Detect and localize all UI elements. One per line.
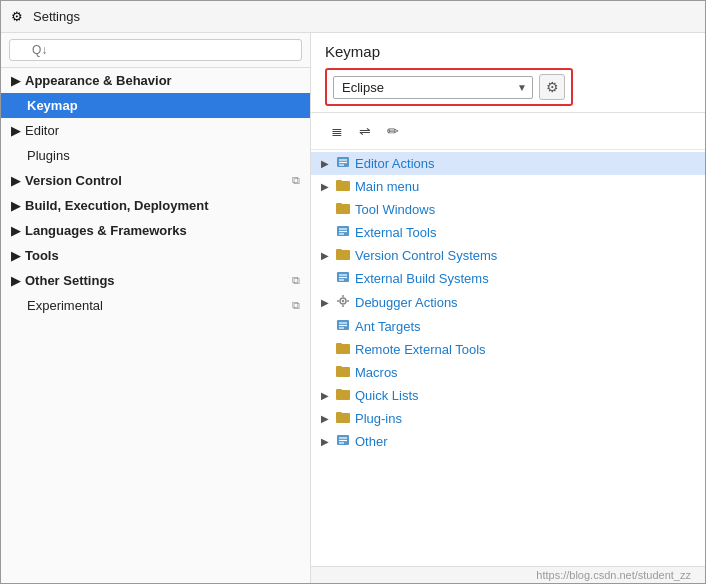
svg-rect-33	[336, 389, 342, 392]
tree-item-label: Other	[355, 434, 388, 449]
copy-icon: ⧉	[292, 274, 300, 287]
sidebar-item-label: Plugins	[27, 148, 70, 163]
chevron-right-icon: ▶	[11, 223, 21, 238]
tree-item-label: Plug-ins	[355, 411, 402, 426]
svg-rect-29	[336, 343, 342, 346]
tree-item-icon	[336, 434, 350, 449]
chevron-right-icon: ▶	[11, 73, 21, 88]
tree-item-ant-targets[interactable]: Ant Targets	[311, 315, 705, 338]
tree-item-external-tools[interactable]: External Tools	[311, 221, 705, 244]
panel-header: Keymap EclipseDefaultEmacsVisual StudioS…	[311, 33, 705, 113]
tree-item-label: Debugger Actions	[355, 295, 458, 310]
tree-item-icon	[336, 202, 350, 217]
tree-item-label: Macros	[355, 365, 398, 380]
keymap-gear-button[interactable]: ⚙	[539, 74, 565, 100]
tree-item-label: External Tools	[355, 225, 436, 240]
tree-item-label: Main menu	[355, 179, 419, 194]
tree-item-icon	[336, 248, 350, 263]
tree-item-other[interactable]: ▶Other	[311, 430, 705, 453]
tree-panel: ▶Editor Actions▶Main menuTool WindowsExt…	[311, 150, 705, 566]
tree-item-icon	[336, 179, 350, 194]
svg-rect-31	[336, 366, 342, 369]
sidebar-item-tools[interactable]: ▶Tools	[1, 243, 310, 268]
tree-item-icon	[336, 156, 350, 171]
keymap-select[interactable]: EclipseDefaultEmacsVisual StudioSublime …	[333, 76, 533, 99]
sidebar-item-editor[interactable]: ▶Editor	[1, 118, 310, 143]
chevron-right-icon: ▶	[11, 273, 21, 288]
keymap-selector-row: EclipseDefaultEmacsVisual StudioSublime …	[325, 68, 573, 106]
sidebar-item-label: Languages & Frameworks	[25, 223, 187, 238]
chevron-right-icon: ▶	[321, 436, 331, 447]
sidebar-item-languages[interactable]: ▶Languages & Frameworks	[1, 218, 310, 243]
copy-icon: ⧉	[292, 299, 300, 312]
sidebar-item-label: Editor	[25, 123, 59, 138]
sidebar-item-label: Keymap	[27, 98, 78, 113]
svg-rect-7	[336, 203, 342, 206]
tree-item-icon	[336, 271, 350, 286]
chevron-right-icon: ▶	[321, 181, 331, 192]
tree-item-debugger-actions[interactable]: ▶Debugger Actions	[311, 290, 705, 315]
main-panel: Keymap EclipseDefaultEmacsVisual StudioS…	[311, 33, 705, 583]
sidebar-item-keymap[interactable]: Keymap	[1, 93, 310, 118]
sidebar-item-appearance[interactable]: ▶Appearance & Behavior	[1, 68, 310, 93]
sidebar-item-plugins[interactable]: Plugins	[1, 143, 310, 168]
panel-title: Keymap	[325, 43, 691, 60]
tree-item-icon	[336, 342, 350, 357]
sidebar-item-other-settings[interactable]: ▶Other Settings⧉	[1, 268, 310, 293]
tree-item-tool-windows[interactable]: Tool Windows	[311, 198, 705, 221]
edit-icon: ✏	[387, 123, 399, 139]
tree-item-icon	[336, 365, 350, 380]
sidebar-item-experimental[interactable]: Experimental⧉	[1, 293, 310, 318]
chevron-right-icon: ▶	[11, 123, 21, 138]
sidebar-item-label: Experimental	[27, 298, 103, 313]
tree-item-quick-lists[interactable]: ▶Quick Lists	[311, 384, 705, 407]
chevron-right-icon: ▶	[321, 297, 331, 308]
tree-item-main-menu[interactable]: ▶Main menu	[311, 175, 705, 198]
search-bar: 🔍	[1, 33, 310, 68]
tree-item-icon	[336, 294, 350, 311]
keymap-select-wrapper: EclipseDefaultEmacsVisual StudioSublime …	[333, 76, 533, 99]
chevron-right-icon: ▶	[321, 250, 331, 261]
sidebar-item-label: Version Control	[25, 173, 122, 188]
tree-item-remote-external[interactable]: Remote External Tools	[311, 338, 705, 361]
tree-item-external-build[interactable]: External Build Systems	[311, 267, 705, 290]
sidebar-item-label: Appearance & Behavior	[25, 73, 172, 88]
settings-window: ⚙ Settings 🔍 ▶Appearance & BehaviorKeyma…	[0, 0, 706, 584]
search-input[interactable]	[9, 39, 302, 61]
status-bar: https://blog.csdn.net/student_zz	[311, 566, 705, 583]
toolbar-diff-button[interactable]: ⇌	[353, 119, 377, 143]
tree-item-label: External Build Systems	[355, 271, 489, 286]
toolbar-align-button[interactable]: ≣	[325, 119, 349, 143]
chevron-right-icon: ▶	[11, 173, 21, 188]
sidebar-item-label: Other Settings	[25, 273, 115, 288]
copy-icon: ⧉	[292, 174, 300, 187]
chevron-right-icon: ▶	[11, 198, 21, 213]
tree-item-editor-actions[interactable]: ▶Editor Actions	[311, 152, 705, 175]
svg-point-19	[342, 300, 344, 302]
sidebar-item-build[interactable]: ▶Build, Execution, Deployment	[1, 193, 310, 218]
window-title: Settings	[33, 9, 80, 24]
diff-icon: ⇌	[359, 123, 371, 139]
sidebar-item-label: Tools	[25, 248, 59, 263]
tree-item-label: Editor Actions	[355, 156, 435, 171]
tree-item-macros[interactable]: Macros	[311, 361, 705, 384]
tree-container: ▶Editor Actions▶Main menuTool WindowsExt…	[311, 152, 705, 453]
chevron-right-icon: ▶	[321, 413, 331, 424]
toolbar-edit-button[interactable]: ✏	[381, 119, 405, 143]
tree-item-label: Quick Lists	[355, 388, 419, 403]
sidebar-item-version-control[interactable]: ▶Version Control⧉	[1, 168, 310, 193]
sidebar: 🔍 ▶Appearance & BehaviorKeymap▶EditorPlu…	[1, 33, 311, 583]
align-icon: ≣	[331, 123, 343, 139]
tree-item-plug-ins[interactable]: ▶Plug-ins	[311, 407, 705, 430]
title-bar: ⚙ Settings	[1, 1, 705, 33]
tree-item-icon	[336, 225, 350, 240]
toolbar: ≣ ⇌ ✏	[311, 113, 705, 150]
tree-item-label: Ant Targets	[355, 319, 421, 334]
search-wrapper: 🔍	[9, 39, 302, 61]
tree-item-icon	[336, 411, 350, 426]
tree-item-version-control[interactable]: ▶Version Control Systems	[311, 244, 705, 267]
app-icon: ⚙	[11, 9, 27, 25]
tree-item-label: Version Control Systems	[355, 248, 497, 263]
svg-rect-35	[336, 412, 342, 415]
tree-item-label: Remote External Tools	[355, 342, 486, 357]
